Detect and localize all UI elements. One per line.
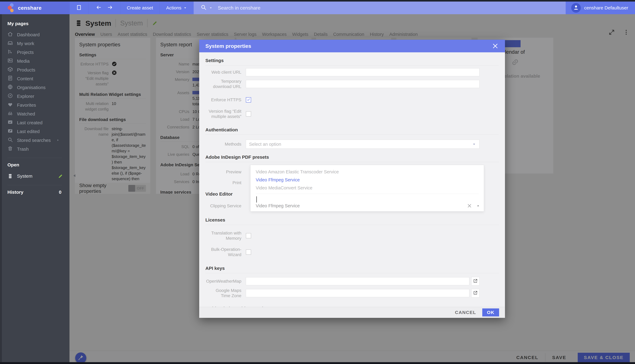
openweathermap-input[interactable]	[246, 277, 469, 285]
search-icon	[8, 137, 13, 144]
enforce-https-checkbox[interactable]	[246, 97, 251, 102]
open-item-label: System	[17, 174, 33, 179]
methods-placeholder: Select an option	[249, 142, 281, 147]
window-bottom-strip	[0, 362, 635, 364]
section-adobe-presets: Adobe InDesign PDF presets	[205, 154, 499, 160]
sidebar-item-products[interactable]: Products	[8, 66, 70, 74]
sidebar-item-my-work[interactable]: My work	[8, 39, 70, 48]
sidebar-item-label: Explorer	[17, 94, 34, 99]
dropdown-option-3[interactable]: Video MediaConvert Service	[251, 184, 484, 192]
bulk-operation-wizard-checkbox[interactable]	[246, 250, 251, 255]
sidebar-item-label: Dashboard	[17, 32, 40, 37]
sidebar-item-label: Organisations	[17, 85, 46, 90]
divider	[256, 194, 479, 194]
divider	[205, 65, 499, 66]
temporary-download-url-label: Temporary download URL	[205, 79, 246, 89]
collapse-caret-icon[interactable]	[476, 204, 480, 208]
censhare-logo[interactable]: censhare	[0, 2, 70, 14]
google-maps-timezone-input[interactable]	[246, 289, 469, 297]
sidebar-item-label: Products	[17, 67, 35, 72]
methods-select[interactable]: Select an option	[246, 140, 479, 149]
openweathermap-external-button[interactable]	[471, 277, 479, 286]
translation-with-memory-label: Translation with Memory	[205, 230, 246, 241]
submenu-arrow-icon	[56, 138, 60, 143]
clipping-service-dropdown: Video Amazon Elastic Transcoder ServiceV…	[250, 165, 484, 212]
dialog-cancel-button[interactable]: CANCEL	[449, 310, 482, 315]
divider	[205, 273, 499, 273]
clipping-service-value-row[interactable]: Video Ffmpeg Service	[251, 200, 484, 211]
compass-icon	[8, 93, 13, 100]
clipping-service-label: Clipping Service	[205, 204, 246, 208]
actions-menu-button[interactable]: Actions	[160, 2, 194, 14]
back-icon[interactable]	[96, 4, 102, 12]
section-settings: Settings	[205, 58, 499, 63]
dropdown-option-2[interactable]: Video Ffmpeg Service	[251, 176, 484, 184]
sidebar-item-label: Last edited	[17, 129, 40, 134]
check-icon	[246, 98, 251, 102]
section-licenses: Licenses	[205, 217, 499, 222]
binoculars-icon	[8, 110, 13, 117]
sidebar-item-favorites[interactable]: Favorites	[8, 101, 70, 110]
avatar	[571, 3, 581, 13]
sidebar-item-explorer[interactable]: Explorer	[8, 92, 70, 101]
openweathermap-label: OpenWeatherMap	[205, 279, 246, 284]
search-scope-caret-icon[interactable]	[209, 6, 213, 10]
history-nav	[89, 2, 120, 14]
sidebar-item-projects[interactable]: Projects	[8, 48, 70, 57]
sidebar-item-dashboard[interactable]: Dashboard	[8, 30, 70, 39]
edit-pencil-icon[interactable]	[58, 173, 63, 179]
forward-icon[interactable]	[107, 4, 113, 12]
print-label: Print	[205, 180, 246, 185]
sidebar-item-last-edited[interactable]: Last edited	[8, 127, 70, 136]
heart-icon	[8, 102, 13, 108]
temporary-download-url-input[interactable]	[246, 80, 479, 88]
global-search[interactable]: Search in censhare	[194, 2, 565, 14]
web-client-url-input[interactable]	[246, 68, 479, 76]
products-icon	[8, 66, 13, 73]
version-flag-checkbox[interactable]	[246, 111, 251, 116]
sidebar-section-history[interactable]: History 0	[8, 190, 70, 195]
sidebar-items: DashboardMy workProjectsMediaProductsCon…	[8, 30, 70, 154]
user-name: censhare Defaultuser	[584, 5, 628, 10]
translation-with-memory-checkbox[interactable]	[246, 233, 251, 238]
sidebar-section-open: Open	[8, 162, 70, 168]
window-mode-button[interactable]	[70, 2, 89, 14]
sidebar-item-watched[interactable]: Watched	[8, 110, 70, 118]
user-menu[interactable]: censhare Defaultuser	[566, 2, 635, 14]
clear-icon[interactable]	[467, 203, 472, 208]
sidebar-item-label: Favorites	[17, 102, 36, 108]
projects-icon	[8, 49, 13, 56]
sidebar-section-my-pages: My pages	[8, 21, 70, 26]
sidebar-item-stored-searches[interactable]: Stored searches	[8, 136, 70, 145]
sidebar-item-trash[interactable]: Trash	[8, 145, 70, 154]
section-video-editor: Video Editor	[205, 192, 233, 197]
sidebar-item-system-open[interactable]: System	[8, 172, 70, 181]
sidebar-item-label: Last created	[17, 120, 43, 125]
home-icon	[8, 31, 13, 38]
dialog-footer: CANCEL OK	[199, 307, 505, 318]
divider	[8, 158, 62, 158]
window-icon	[76, 4, 82, 12]
dropdown-option-1[interactable]: Video Amazon Elastic Transcoder Service	[251, 168, 484, 176]
window-top-strip	[0, 0, 635, 2]
sidebar-item-last-created[interactable]: Last created	[8, 118, 70, 127]
google-maps-timezone-external-button[interactable]	[471, 289, 479, 298]
sidebar-item-organisations[interactable]: Organisations	[8, 83, 70, 92]
brand-name: censhare	[18, 5, 42, 11]
history-count: 0	[59, 190, 62, 195]
divider	[205, 134, 499, 135]
globe-icon	[8, 84, 13, 91]
clipping-service-value: Video Ffmpeg Service	[256, 203, 300, 208]
dialog-ok-button[interactable]: OK	[482, 308, 499, 316]
mail-edit-icon	[8, 128, 13, 135]
sidebar-item-media[interactable]: Media	[8, 57, 70, 66]
preview-label: Preview	[205, 170, 246, 174]
dialog-title: System properties	[205, 43, 251, 49]
external-link-icon	[473, 278, 478, 284]
section-authentication: Authentication	[205, 127, 499, 132]
sidebar-item-content[interactable]: Content	[8, 74, 70, 83]
web-client-url-label: Web client URL	[205, 70, 246, 75]
create-asset-button[interactable]: Create asset	[120, 2, 160, 14]
chevron-down-icon	[183, 6, 187, 10]
close-icon[interactable]	[492, 42, 499, 50]
